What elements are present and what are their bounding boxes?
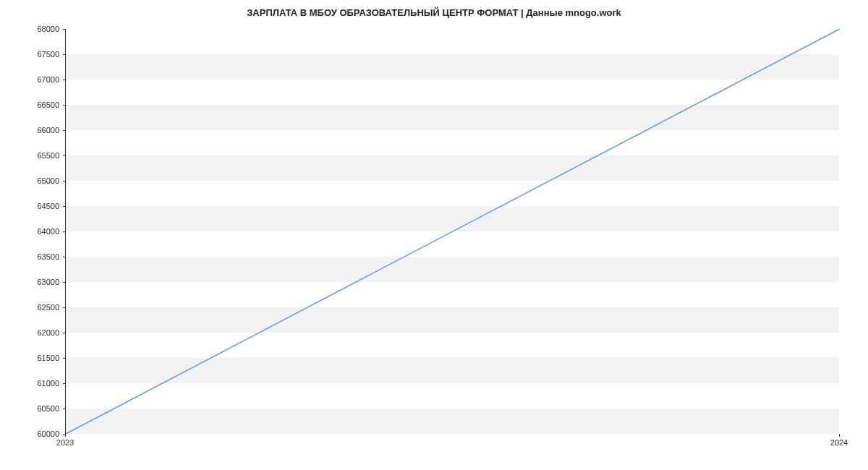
y-tick-label: 61000 <box>23 379 59 388</box>
y-tick-label: 63500 <box>23 252 59 261</box>
y-tick-label: 68000 <box>23 25 59 33</box>
y-tick-label: 64500 <box>23 202 59 210</box>
y-tick-mark <box>63 383 66 384</box>
y-tick-mark <box>63 409 66 409</box>
y-tick-mark <box>63 80 66 80</box>
y-tick-label: 60500 <box>23 404 59 413</box>
y-tick-label: 66000 <box>23 126 59 134</box>
y-tick-mark <box>63 231 66 232</box>
y-tick-mark <box>63 105 66 106</box>
y-tick-label: 61500 <box>23 354 59 362</box>
x-tick-label: 2024 <box>830 438 848 447</box>
chart-area: 6000060500610006150062000625006300063500… <box>65 29 839 434</box>
y-tick-label: 60000 <box>23 430 59 438</box>
y-tick-label: 67000 <box>23 75 59 84</box>
x-tick-mark <box>65 434 66 437</box>
y-tick-mark <box>63 155 66 156</box>
y-tick-label: 67500 <box>23 50 59 59</box>
y-tick-label: 65500 <box>23 151 59 160</box>
plot-area <box>65 29 839 434</box>
x-tick-mark <box>839 434 840 437</box>
y-tick-mark <box>63 206 66 207</box>
y-tick-mark <box>63 257 66 257</box>
series-line <box>66 29 840 434</box>
y-tick-label: 63000 <box>23 278 59 286</box>
y-tick-mark <box>63 29 66 30</box>
y-tick-label: 62000 <box>23 328 59 337</box>
y-tick-mark <box>63 307 66 308</box>
x-tick-label: 2023 <box>56 438 74 447</box>
y-tick-label: 64000 <box>23 227 59 236</box>
y-tick-mark <box>63 181 66 181</box>
y-tick-mark <box>63 54 66 55</box>
y-tick-mark <box>63 358 66 359</box>
line-series <box>66 29 840 434</box>
y-tick-mark <box>63 130 66 131</box>
y-tick-mark <box>63 333 66 333</box>
y-tick-label: 66500 <box>23 101 59 109</box>
y-tick-mark <box>63 282 66 283</box>
chart-title: ЗАРПЛАТА В МБОУ ОБРАЗОВАТЕЛЬНЫЙ ЦЕНТР ФО… <box>0 0 868 22</box>
y-tick-label: 62500 <box>23 303 59 312</box>
y-tick-label: 65000 <box>23 176 59 185</box>
